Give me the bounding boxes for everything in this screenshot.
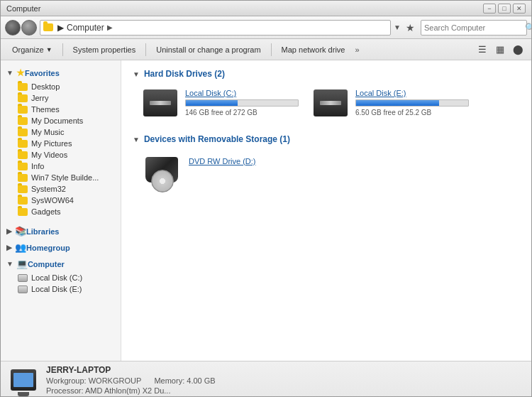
sidebar-item-mypictures[interactable]: My Pictures bbox=[1, 138, 121, 149]
jerry-folder-icon bbox=[18, 94, 28, 102]
dropdown-arrow-icon[interactable]: ▼ bbox=[394, 23, 401, 31]
sidebar-section-homegroup[interactable]: ▶ 👥 Homegroup bbox=[1, 239, 121, 256]
dvd-icon-container bbox=[143, 154, 182, 190]
syswow64-folder-icon bbox=[18, 197, 28, 205]
desktop-folder-icon bbox=[18, 83, 28, 91]
close-button[interactable]: ✕ bbox=[513, 4, 526, 13]
search-icon[interactable]: 🔍 bbox=[525, 23, 532, 33]
sidebar-section-favorites[interactable]: ▼ ★ Favorites bbox=[1, 65, 121, 81]
drive-c-icon-container bbox=[143, 89, 178, 117]
hard-disk-drives-grid: Local Disk (C:) 146 GB free of 272 GB Lo… bbox=[140, 86, 520, 120]
organize-button[interactable]: Organize ▼ bbox=[6, 43, 58, 56]
removable-section-arrow: ▼ bbox=[133, 136, 140, 143]
sidebar-item-mydocuments[interactable]: My Documents bbox=[1, 115, 121, 126]
drive-item-dvd[interactable]: DVD RW Drive (D:) bbox=[140, 151, 296, 192]
status-workgroup-memory: Workgroup: WORKGROUP Memory: 4.00 GB bbox=[46, 376, 216, 385]
computer-nav-icon: 💻 bbox=[16, 259, 28, 269]
content-area: ▼ Hard Disk Drives (2) Local Disk (C:) 1… bbox=[121, 60, 531, 361]
forward-button[interactable] bbox=[21, 20, 37, 36]
main-layout: ▼ ★ Favorites Desktop Jerry Themes My Do… bbox=[1, 60, 531, 361]
sidebar-item-info[interactable]: Info bbox=[1, 161, 121, 172]
system-properties-button[interactable]: System properties bbox=[67, 43, 142, 56]
back-button[interactable] bbox=[5, 20, 21, 36]
sidebar-item-jerry[interactable]: Jerry bbox=[1, 92, 121, 104]
sidebar-item-gadgets[interactable]: Gadgets bbox=[1, 206, 121, 217]
window-controls: − □ ✕ bbox=[483, 4, 526, 13]
view-toggle-button[interactable]: ☰ bbox=[475, 42, 490, 58]
breadcrumb[interactable]: ▶ Computer ▶ bbox=[40, 20, 391, 36]
homegroup-icon: 👥 bbox=[15, 242, 26, 253]
maximize-button[interactable]: □ bbox=[498, 4, 511, 13]
system32-folder-icon bbox=[18, 185, 28, 193]
status-info: JERRY-LAPTOP Workgroup: WORKGROUP Memory… bbox=[46, 365, 216, 395]
sidebar: ▼ ★ Favorites Desktop Jerry Themes My Do… bbox=[1, 60, 121, 361]
favorites-star-icon[interactable]: ★ bbox=[403, 21, 418, 35]
sidebar-item-themes[interactable]: Themes bbox=[1, 104, 121, 115]
libraries-expand-icon: ▶ bbox=[6, 227, 12, 235]
sidebar-item-desktop[interactable]: Desktop bbox=[1, 81, 121, 92]
drive-item-e[interactable]: Local Disk (E:) 6.50 GB free of 25.2 GB bbox=[310, 86, 466, 120]
drive-c-progress-fill bbox=[186, 100, 238, 106]
myvideos-folder-icon bbox=[18, 151, 28, 159]
removable-section-header: ▼ Devices with Removable Storage (1) bbox=[133, 134, 520, 144]
sidebar-item-local-c[interactable]: Local Disk (C:) bbox=[1, 272, 121, 283]
drive-c-free-space: 146 GB free of 272 GB bbox=[185, 109, 299, 116]
favorites-star-nav-icon: ★ bbox=[16, 67, 25, 78]
sidebar-item-myvideos[interactable]: My Videos bbox=[1, 149, 121, 161]
computer-expand-icon: ▼ bbox=[6, 260, 13, 268]
dvd-drive-details: DVD RW Drive (D:) bbox=[189, 154, 293, 168]
large-icons-button[interactable]: ▦ bbox=[492, 42, 508, 58]
drive-item-c[interactable]: Local Disk (C:) 146 GB free of 272 GB bbox=[140, 86, 296, 120]
sidebar-item-syswow64[interactable]: SysWOW64 bbox=[1, 195, 121, 206]
drive-e-progress-bar bbox=[355, 99, 469, 107]
sidebar-item-local-e[interactable]: Local Disk (E:) bbox=[1, 283, 121, 295]
drive-e-icon-container bbox=[313, 89, 348, 117]
dvd-drive-icon bbox=[145, 157, 179, 187]
dvd-disc bbox=[151, 170, 174, 192]
preview-button[interactable]: ⬤ bbox=[510, 42, 526, 58]
sidebar-section-libraries[interactable]: ▶ 📚 Libraries bbox=[1, 223, 121, 239]
homegroup-expand-icon: ▶ bbox=[6, 244, 12, 251]
nav-buttons bbox=[5, 20, 37, 36]
local-c-disk-icon bbox=[18, 274, 28, 282]
hdd-c-icon bbox=[143, 89, 177, 116]
minimize-button[interactable]: − bbox=[483, 4, 496, 13]
window-title: Computer bbox=[6, 4, 40, 13]
map-network-button[interactable]: Map network drive bbox=[276, 43, 351, 56]
win7style-folder-icon bbox=[18, 174, 28, 182]
hard-disk-section-title: Hard Disk Drives (2) bbox=[144, 69, 225, 79]
sidebar-item-win7style[interactable]: Win7 Style Builde... bbox=[1, 172, 121, 183]
mydocuments-folder-icon bbox=[18, 117, 28, 125]
sidebar-item-system32[interactable]: System32 bbox=[1, 183, 121, 195]
toolbar-separator-1 bbox=[62, 43, 63, 56]
address-bar: ▶ Computer ▶ ▼ ★ 🔍 bbox=[1, 16, 531, 39]
mymusic-folder-icon bbox=[18, 129, 28, 136]
status-bar: JERRY-LAPTOP Workgroup: WORKGROUP Memory… bbox=[1, 361, 531, 397]
info-folder-icon bbox=[18, 163, 28, 170]
themes-folder-icon bbox=[18, 106, 28, 114]
drive-e-progress-fill bbox=[356, 100, 439, 106]
breadcrumb-path: Computer bbox=[67, 23, 104, 33]
sidebar-item-mymusic[interactable]: My Music bbox=[1, 126, 121, 138]
address-actions: ▼ ★ bbox=[394, 21, 418, 35]
monitor-icon bbox=[11, 369, 36, 391]
search-box[interactable]: 🔍 bbox=[421, 20, 527, 36]
search-input[interactable] bbox=[424, 23, 522, 32]
sidebar-section-computer[interactable]: ▼ 💻 Computer bbox=[1, 256, 121, 272]
status-computer-icon bbox=[9, 366, 38, 394]
drive-c-progress-bar bbox=[185, 99, 299, 107]
removable-section-title: Devices with Removable Storage (1) bbox=[144, 134, 290, 144]
status-computer-name: JERRY-LAPTOP bbox=[46, 365, 216, 375]
hard-disk-section-arrow: ▼ bbox=[133, 70, 140, 78]
more-button[interactable]: » bbox=[352, 43, 362, 56]
drive-c-details: Local Disk (C:) 146 GB free of 272 GB bbox=[185, 89, 299, 116]
status-processor: Processor: AMD Athlon(tm) X2 Du... bbox=[46, 386, 216, 395]
hdd-e-icon bbox=[314, 89, 348, 116]
removable-drives-grid: DVD RW Drive (D:) bbox=[140, 151, 520, 192]
toolbar-separator-2 bbox=[145, 43, 146, 56]
drive-e-details: Local Disk (E:) 6.50 GB free of 25.2 GB bbox=[355, 89, 469, 116]
view-controls: ☰ ▦ ⬤ bbox=[475, 42, 526, 58]
uninstall-button[interactable]: Uninstall or change a program bbox=[150, 43, 266, 56]
gadgets-folder-icon bbox=[18, 208, 28, 216]
toolbar-separator-3 bbox=[271, 43, 272, 56]
